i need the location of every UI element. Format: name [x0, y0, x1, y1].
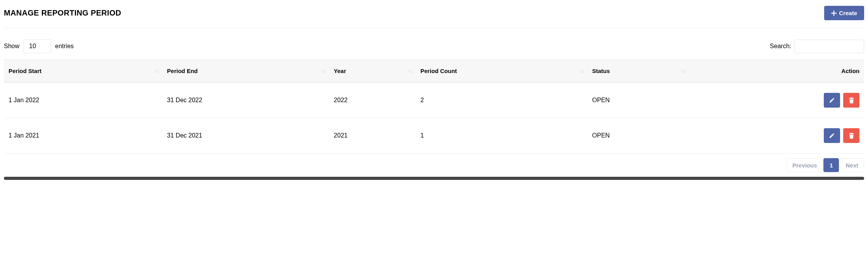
sort-icon: ↑↓ [408, 68, 413, 74]
entries-select[interactable] [23, 39, 51, 53]
cell-period-start: 1 Jan 2022 [4, 82, 163, 118]
col-period-end-label: Period End [167, 68, 198, 74]
cell-period-end: 31 Dec 2021 [163, 118, 329, 153]
page-title: MANAGE REPORTING PERIOD [4, 9, 121, 17]
cell-period-count: 2 [416, 82, 588, 118]
edit-button[interactable] [824, 128, 840, 143]
col-year-label: Year [334, 68, 346, 74]
col-action[interactable]: Action ↑↓ [689, 60, 864, 83]
sort-icon: ↑↓ [856, 68, 861, 74]
delete-button[interactable] [843, 128, 859, 143]
pencil-icon [829, 97, 835, 103]
delete-button[interactable] [843, 93, 859, 108]
cell-period-end: 31 Dec 2022 [163, 82, 329, 118]
page-header: MANAGE REPORTING PERIOD Create [4, 6, 864, 28]
cell-period-start: 1 Jan 2021 [4, 118, 163, 153]
col-period-count-label: Period Count [420, 68, 457, 74]
horizontal-scrollbar[interactable] [4, 177, 864, 180]
col-year[interactable]: Year ↑↓ [329, 60, 416, 83]
col-period-end[interactable]: Period End ↑↓ [163, 60, 329, 83]
trash-icon [849, 132, 854, 139]
cell-year: 2021 [329, 118, 416, 153]
search-input[interactable] [794, 40, 864, 53]
table-controls: Show entries Search: [4, 28, 864, 59]
pagination: Previous 1 Next [4, 153, 864, 174]
table-row: 1 Jan 2021 31 Dec 2021 2021 1 OPEN [4, 118, 864, 153]
reporting-period-table: Period Start ↑↓ Period End ↑↓ Year ↑↓ Pe… [4, 59, 864, 153]
cell-period-count: 1 [416, 118, 588, 153]
sort-icon: ↑↓ [681, 68, 686, 74]
sort-icon: ↑↓ [155, 68, 159, 74]
search-wrap: Search: [770, 40, 864, 53]
col-status[interactable]: Status ↑↓ [588, 60, 689, 83]
col-period-start-label: Period Start [9, 68, 41, 74]
show-label: Show [4, 43, 19, 50]
sort-icon: ↑↓ [322, 68, 326, 74]
pencil-icon [829, 132, 835, 139]
search-label: Search: [770, 43, 791, 50]
table-header-row: Period Start ↑↓ Period End ↑↓ Year ↑↓ Pe… [4, 60, 864, 83]
show-entries: Show entries [4, 39, 74, 53]
trash-icon [849, 97, 854, 103]
create-button-label: Create [839, 10, 857, 16]
cell-status: OPEN [588, 118, 689, 153]
next-button[interactable]: Next [840, 158, 864, 172]
plus-icon [831, 10, 837, 16]
entries-label: entries [55, 43, 74, 50]
cell-action [689, 118, 864, 153]
col-status-label: Status [592, 68, 610, 74]
cell-action [689, 82, 864, 118]
cell-status: OPEN [588, 82, 689, 118]
table-row: 1 Jan 2022 31 Dec 2022 2022 2 OPEN [4, 82, 864, 118]
sort-icon: ↑↓ [580, 68, 584, 74]
page-number-button[interactable]: 1 [823, 158, 839, 172]
previous-button[interactable]: Previous [787, 158, 823, 172]
col-period-count[interactable]: Period Count ↑↓ [416, 60, 588, 83]
cell-year: 2022 [329, 82, 416, 118]
edit-button[interactable] [824, 93, 840, 108]
create-button[interactable]: Create [824, 6, 864, 20]
col-period-start[interactable]: Period Start ↑↓ [4, 60, 163, 83]
